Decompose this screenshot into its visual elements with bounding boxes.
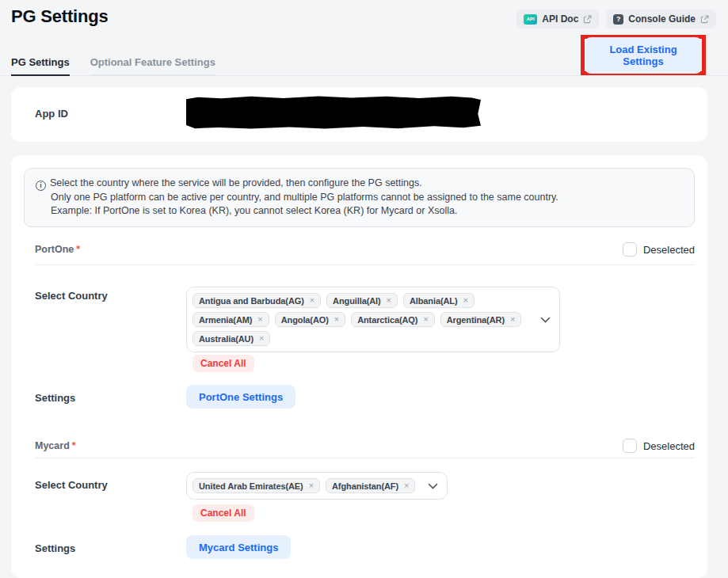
country-tag: Albania(AL) ×	[403, 293, 475, 308]
api-doc-icon: API	[524, 14, 537, 25]
remove-country-icon[interactable]: ×	[423, 315, 428, 324]
tab-optional-feature-settings[interactable]: Optional Feature Settings	[90, 49, 215, 76]
chevron-down-icon	[428, 483, 438, 489]
notice-box: iSelect the country where the service wi…	[24, 168, 695, 227]
country-tag-label: Angola(AO)	[281, 315, 329, 325]
mycard-section-header: Mycard* Deselected	[35, 434, 695, 458]
divider	[35, 458, 695, 458]
info-icon: i	[36, 181, 46, 191]
portone-settings-label: Settings	[35, 392, 75, 404]
country-tag: United Arab Emirates(AE) ×	[192, 478, 320, 493]
question-icon: ?	[613, 14, 623, 25]
country-tag: Angola(AO) ×	[275, 312, 345, 327]
notice-line-3: Example: If PortOne is set to Korea (KR)…	[36, 204, 683, 218]
country-tag-label: Anguilla(AI)	[333, 296, 381, 306]
mycard-settings-label: Settings	[35, 542, 75, 554]
remove-country-icon[interactable]: ×	[334, 315, 339, 324]
country-tag: Antarctica(AQ) ×	[351, 312, 435, 327]
remove-country-icon[interactable]: ×	[463, 296, 468, 305]
portone-cancel-all-button[interactable]: Cancel All	[192, 355, 254, 372]
external-link-icon	[583, 15, 592, 24]
pg-settings-card: iSelect the country where the service wi…	[11, 155, 707, 578]
remove-country-icon[interactable]: ×	[309, 481, 314, 490]
page-title: PG Settings	[11, 6, 109, 27]
portone-settings-button[interactable]: PortOne Settings	[186, 385, 295, 409]
country-tag: Armenia(AM) ×	[192, 312, 269, 327]
remove-country-icon[interactable]: ×	[257, 315, 262, 324]
chevron-down-icon	[540, 317, 551, 323]
mycard-country-multiselect[interactable]: United Arab Emirates(AE) × Afghanistan(A…	[186, 472, 448, 500]
mycard-select-country-label: Select Country	[35, 479, 108, 491]
portone-country-multiselect[interactable]: Antigua and Barbuda(AG) × Anguilla(AI) ×…	[186, 287, 560, 352]
portone-deselected-label: Deselected	[643, 244, 695, 256]
portone-deselected-checkbox[interactable]	[623, 242, 637, 257]
api-doc-label: API Doc	[542, 13, 578, 25]
load-existing-settings-button[interactable]: Load Existing Settings	[585, 37, 702, 74]
app-id-card: App ID	[11, 87, 707, 142]
app-id-label: App ID	[35, 108, 68, 120]
mycard-deselected-checkbox[interactable]	[623, 439, 637, 453]
annotation-highlight-box: Load Existing Settings	[581, 35, 706, 75]
external-link-icon	[700, 15, 709, 24]
country-tag-label: Afghanistan(AF)	[332, 481, 398, 491]
tab-pg-settings[interactable]: PG Settings	[11, 49, 70, 76]
console-guide-label: Console Guide	[628, 13, 696, 25]
country-tag: Argentina(AR) ×	[440, 312, 522, 327]
notice-line-1: iSelect the country where the service wi…	[36, 177, 683, 191]
country-tag-label: Australia(AU)	[199, 334, 253, 344]
country-tag-label: Antarctica(AQ)	[357, 315, 417, 325]
portone-section-title: PortOne*	[35, 244, 80, 255]
country-tag-label: Albania(AL)	[410, 296, 458, 306]
country-tag: Afghanistan(AF) ×	[326, 478, 415, 493]
mycard-settings-button[interactable]: Mycard Settings	[186, 535, 291, 559]
country-tag-label: United Arab Emirates(AE)	[199, 481, 303, 491]
portone-section-header: PortOne* Deselected	[35, 238, 695, 261]
portone-deselected-control: Deselected	[623, 242, 695, 257]
divider	[35, 264, 695, 265]
remove-country-icon[interactable]: ×	[387, 296, 391, 305]
mycard-deselected-label: Deselected	[643, 440, 695, 452]
country-tag-label: Armenia(AM)	[199, 315, 252, 325]
notice-line-2: Only one PG platform can be active per c…	[36, 191, 683, 204]
remove-country-icon[interactable]: ×	[510, 315, 515, 324]
remove-country-icon[interactable]: ×	[310, 296, 314, 305]
required-asterisk: *	[76, 244, 80, 255]
app-id-value-redacted	[186, 96, 481, 129]
remove-country-icon[interactable]: ×	[404, 481, 409, 490]
country-tag-label: Argentina(AR)	[447, 315, 505, 325]
header-actions: API API Doc ? Console Guide	[516, 10, 716, 29]
remove-country-icon[interactable]: ×	[259, 334, 264, 343]
mycard-cancel-all-button[interactable]: Cancel All	[192, 504, 254, 522]
mycard-section-title: Mycard*	[35, 440, 76, 451]
portone-select-country-label: Select Country	[35, 290, 108, 302]
country-tag: Australia(AU) ×	[192, 331, 270, 346]
console-guide-button[interactable]: ? Console Guide	[606, 10, 716, 29]
country-tag: Antigua and Barbuda(AG) ×	[192, 293, 321, 308]
api-doc-button[interactable]: API API Doc	[516, 10, 599, 29]
country-tag: Anguilla(AI) ×	[326, 293, 398, 308]
country-tag-label: Antigua and Barbuda(AG)	[199, 296, 304, 306]
mycard-deselected-control: Deselected	[623, 439, 695, 453]
required-asterisk: *	[72, 440, 76, 451]
